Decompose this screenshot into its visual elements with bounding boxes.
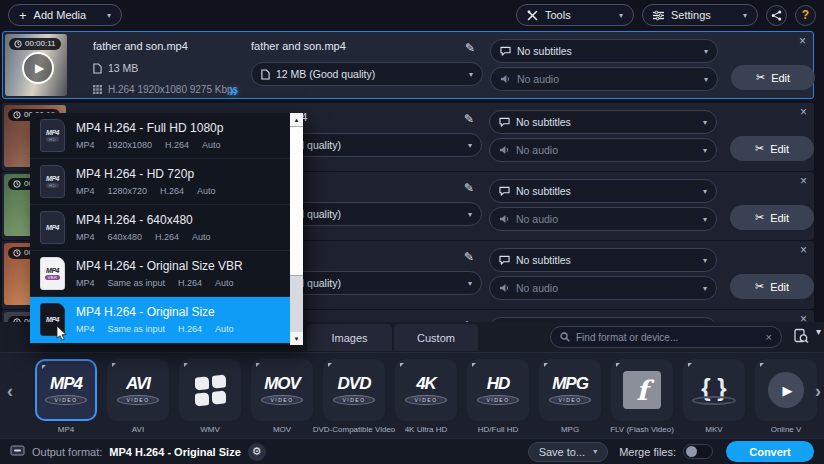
- audio-dropdown[interactable]: No audio ▾: [490, 67, 718, 91]
- rename-pencil-icon[interactable]: ✎: [454, 178, 484, 198]
- search-input[interactable]: [576, 332, 760, 343]
- rename-pencil-icon[interactable]: ✎: [454, 109, 484, 129]
- remove-file-icon[interactable]: ×: [799, 35, 806, 47]
- format-logo: MOVVIDEO: [261, 375, 303, 405]
- format-card[interactable]: [179, 359, 241, 421]
- list-scroll-down-icon[interactable]: ▾: [816, 326, 821, 337]
- corner-fold-icon: [112, 363, 116, 367]
- format-preset-item[interactable]: MP4 HD MP4 H.264 - HD 720p MP41280x720H.…: [30, 159, 290, 205]
- convert-button[interactable]: Convert: [726, 441, 814, 462]
- tab-custom[interactable]: Custom: [394, 324, 478, 351]
- audio-dropdown[interactable]: No audio ▾: [489, 138, 717, 162]
- play-button[interactable]: ▶: [22, 52, 54, 84]
- remove-file-icon[interactable]: ×: [800, 175, 807, 187]
- format-card[interactable]: MP4VIDEO: [35, 359, 97, 421]
- format-logo: 4KVIDEO: [405, 375, 447, 405]
- video-thumbnail[interactable]: 00:00:11 ▶: [5, 34, 67, 96]
- settings-button[interactable]: Settings ▾: [642, 4, 758, 26]
- source-file-name: father and son.mp4: [93, 40, 188, 52]
- format-preset-item[interactable]: MP4 VBR MP4 H.264 - Original Size VBR MP…: [30, 251, 290, 297]
- clear-search-icon[interactable]: ×: [766, 331, 772, 343]
- format-card[interactable]: 4KVIDEO: [395, 359, 457, 421]
- toggle-knob: [686, 446, 697, 457]
- audio-dropdown[interactable]: No audio ▾: [489, 276, 717, 300]
- menu-scrollbar[interactable]: ▲ ▼: [290, 113, 303, 345]
- subtitles-dropdown[interactable]: No subtitles ▾: [489, 179, 717, 203]
- preset-meta-part: H.264: [155, 232, 179, 242]
- format-logo-text: MPG: [552, 375, 588, 392]
- device-detect-button[interactable]: [793, 328, 809, 348]
- subtitles-dropdown[interactable]: No subtitles ▾: [489, 248, 717, 272]
- carousel-right-icon[interactable]: ›: [815, 381, 821, 402]
- quality-dropdown[interactable]: 12 MB (Good quality) ▾: [251, 62, 483, 86]
- scrollbar-track[interactable]: [290, 276, 303, 332]
- share-icon: [771, 10, 782, 21]
- edit-button[interactable]: ✂ Edit: [731, 65, 815, 90]
- carousel-left-icon[interactable]: ‹: [7, 381, 13, 402]
- output-settings-button[interactable]: ⚙: [248, 443, 266, 461]
- chevron-down-icon: ▾: [703, 187, 707, 196]
- tab-images-label: Images: [331, 332, 367, 344]
- format-preset-item[interactable]: MP4 MP4 H.264 - Original Size MP4Same as…: [30, 297, 290, 343]
- settings-sliders-icon: [653, 10, 664, 21]
- format-logo: [195, 376, 226, 405]
- format-card[interactable]: HDVIDEO: [467, 359, 529, 421]
- gear-icon: ⚙: [252, 445, 262, 458]
- add-media-button[interactable]: + Add Media ▾: [8, 4, 122, 26]
- share-button[interactable]: [766, 5, 787, 26]
- format-logo: MPGVIDEO: [549, 375, 591, 405]
- footer-bar: Output format: MP4 H.264 - Original Size…: [0, 438, 824, 464]
- format-card[interactable]: AVIVIDEO: [107, 359, 169, 421]
- format-logo-text: 4K: [416, 375, 436, 392]
- edit-button[interactable]: ✂ Edit: [730, 274, 814, 299]
- scroll-up-icon[interactable]: ▲: [290, 113, 303, 126]
- preset-title: MP4 H.264 - HD 720p: [76, 167, 216, 181]
- chevron-down-icon: ▾: [468, 141, 472, 150]
- online-play-icon: ▶: [768, 372, 804, 408]
- format-preset-item[interactable]: MP4 HD MP4 H.264 - Full HD 1080p MP41920…: [30, 113, 290, 159]
- format-card[interactable]: MPGVIDEO: [539, 359, 601, 421]
- file-icon: [261, 69, 270, 80]
- format-card[interactable]: ▶: [755, 359, 817, 421]
- format-card[interactable]: { }: [683, 359, 745, 421]
- clock-icon: [13, 111, 21, 119]
- save-to-button[interactable]: Save to... ▾: [528, 442, 609, 462]
- tab-images[interactable]: Images: [307, 324, 392, 351]
- preset-meta-part: MP4: [76, 232, 95, 242]
- remove-file-icon[interactable]: ×: [800, 244, 807, 256]
- format-logo: HDVIDEO: [477, 375, 519, 405]
- format-card[interactable]: f: [611, 359, 673, 421]
- edit-button[interactable]: ✂ Edit: [730, 205, 814, 230]
- search-icon: [560, 332, 570, 342]
- scissors-icon: ✂: [755, 211, 764, 224]
- edit-label: Edit: [770, 212, 789, 224]
- merge-files-toggle[interactable]: [683, 444, 713, 459]
- subtitles-value: No subtitles: [516, 116, 571, 128]
- format-card[interactable]: MOVVIDEO: [251, 359, 313, 421]
- audio-value: No audio: [516, 282, 558, 294]
- scroll-down-icon[interactable]: ▼: [290, 332, 303, 345]
- format-card[interactable]: DVDVIDEO: [323, 359, 385, 421]
- subtitles-dropdown[interactable]: No subtitles ▾: [489, 110, 717, 134]
- rename-pencil-icon[interactable]: ✎: [455, 38, 485, 58]
- file-icon: [93, 63, 102, 74]
- remove-file-icon[interactable]: ×: [800, 106, 807, 118]
- scrollbar-thumb[interactable]: [290, 126, 303, 276]
- speaker-icon: [499, 283, 510, 293]
- help-button[interactable]: ?: [795, 5, 816, 26]
- subtitles-dropdown[interactable]: No subtitles ▾: [490, 39, 718, 63]
- file-row[interactable]: 00:00:11 ▶ father and son.mp4 13 MB H.26…: [2, 31, 814, 99]
- convert-label: Convert: [749, 446, 791, 458]
- output-file-name: father and son.mp4: [251, 40, 346, 52]
- corner-fold-icon: [400, 363, 404, 367]
- quality-value: 12 MB (Good quality): [276, 68, 375, 80]
- subtitles-bubble-icon: [500, 46, 511, 56]
- output-monitor-icon: [10, 445, 25, 458]
- edit-button[interactable]: ✂ Edit: [730, 136, 814, 161]
- format-preset-item[interactable]: MP4 MP4 H.264 - 640x480 MP4640x480H.264A…: [30, 205, 290, 251]
- tools-button[interactable]: Tools ▾: [516, 4, 634, 26]
- preset-title: MP4 H.264 - Original Size: [76, 305, 234, 319]
- format-logo-banner: VIDEO: [477, 395, 519, 405]
- audio-dropdown[interactable]: No audio ▾: [489, 207, 717, 231]
- rename-pencil-icon[interactable]: ✎: [454, 247, 484, 267]
